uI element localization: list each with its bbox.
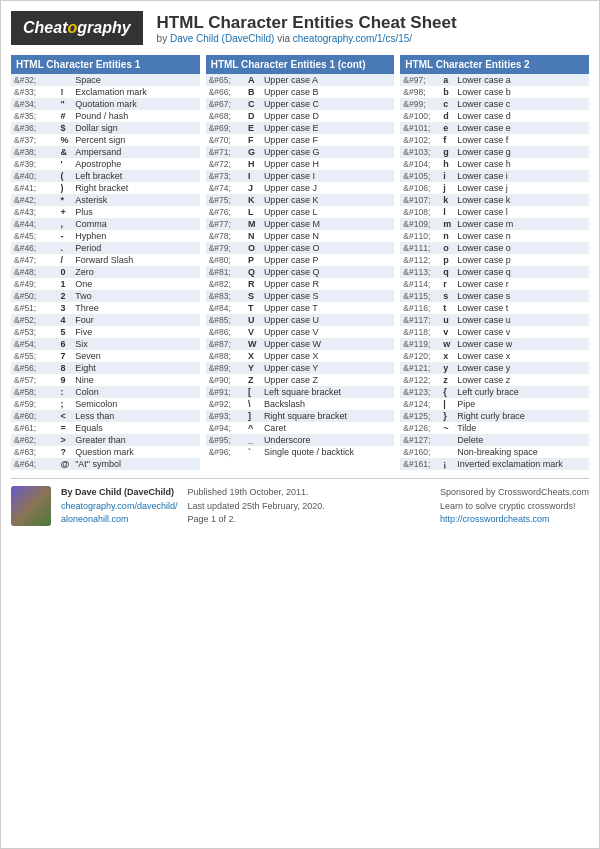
entity-char: D [245,110,261,122]
entity-name: Upper case V [261,326,394,338]
entity-name: Lower case b [454,86,589,98]
entity-char [440,446,454,458]
entity-char: / [57,254,72,266]
entity-char: ¡ [440,458,454,470]
entity-code: &#69; [206,122,245,134]
entity-name: Forward Slash [72,254,200,266]
entity-char: o [440,242,454,254]
table-row: &#60;<Less than [11,410,200,422]
entity-name: Question mark [72,446,200,458]
entity-code: &#83; [206,290,245,302]
entity-char: R [245,278,261,290]
entity-code: &#102; [400,134,440,146]
table-row: &#71;GUpper case G [206,146,395,158]
header-text: HTML Character Entities Cheat Sheet by D… [157,13,457,44]
entity-char: G [245,146,261,158]
entity-code: &#77; [206,218,245,230]
table-row: &#57;9Nine [11,374,200,386]
entity-name: Right square bracket [261,410,394,422]
table-row: &#84;TUpper case T [206,302,395,314]
header-subtitle: by Dave Child (DaveChild) via cheatograp… [157,33,457,44]
entity-name: Upper case A [261,74,394,86]
entity-name: Lower case t [454,302,589,314]
table-row: &#70;FUpper case F [206,134,395,146]
entity-name: Lower case p [454,254,589,266]
entity-name: Left bracket [72,170,200,182]
table-row: &#95;_Underscore [206,434,395,446]
footer-sponsor-link[interactable]: http://crosswordcheats.com [440,514,550,524]
entity-code: &#57; [11,374,57,386]
footer-author-site[interactable]: aloneonahill.com [61,514,129,524]
entity-name: Right curly brace [454,410,589,422]
entity-code: &#80; [206,254,245,266]
entity-name: Space [72,74,200,86]
table-row: &#46;.Period [11,242,200,254]
entity-char: N [245,230,261,242]
table-row: &#49;1One [11,278,200,290]
entity-char: h [440,158,454,170]
entity-code: &#100; [400,110,440,122]
site-link[interactable]: cheatography.com/1/cs/15/ [293,33,412,44]
table-row: &#100;dLower case d [400,110,589,122]
entity-char: ) [57,182,72,194]
entity-code: &#105; [400,170,440,182]
entity-code: &#66; [206,86,245,98]
entity-char: J [245,182,261,194]
entity-name: Six [72,338,200,350]
entity-char: > [57,434,72,446]
entity-code: &#37; [11,134,57,146]
table-row: &#124;|Pipe [400,398,589,410]
table-row: &#39;'Apostrophe [11,158,200,170]
entity-code: &#61; [11,422,57,434]
entity-code: &#46; [11,242,57,254]
table-row: &#89;YUpper case Y [206,362,395,374]
entity-code: &#161; [400,458,440,470]
entity-char: ~ [440,422,454,434]
entity-char: S [245,290,261,302]
entity-name: Comma [72,218,200,230]
footer-author-link[interactable]: cheatography.com/davechild/ [61,501,177,511]
entity-code: &#73; [206,170,245,182]
col3-header: HTML Character Entities 2 [400,55,589,74]
table-row: &#40;(Left bracket [11,170,200,182]
entity-code: &#62; [11,434,57,446]
entity-name: Tilde [454,422,589,434]
footer-author-name: By Dave Child (DaveChild) [61,487,174,497]
table-row: &#62;>Greater than [11,434,200,446]
entity-name: Semicolon [72,398,200,410]
entity-char: i [440,170,454,182]
table-row: &#110;nLower case n [400,230,589,242]
entity-code: &#90; [206,374,245,386]
entity-code: &#123; [400,386,440,398]
entity-code: &#54; [11,338,57,350]
entity-code: &#112; [400,254,440,266]
table-row: &#76;LUpper case L [206,206,395,218]
author-link[interactable]: Dave Child (DaveChild) [170,33,274,44]
entity-name: Ampersand [72,146,200,158]
entity-char: d [440,110,454,122]
entity-code: &#91; [206,386,245,398]
entity-char: ! [57,86,72,98]
entity-char: , [57,218,72,230]
table-row: &#98;bLower case b [400,86,589,98]
entity-name: Upper case B [261,86,394,98]
entity-code: &#92; [206,398,245,410]
entity-char: V [245,326,261,338]
table-row: &#161;¡Inverted exclamation mark [400,458,589,470]
entity-name: Pound / hash [72,110,200,122]
entity-char [440,434,454,446]
table-row: &#93;]Right square bracket [206,410,395,422]
entity-code: &#88; [206,350,245,362]
entity-name: Upper case W [261,338,394,350]
entity-code: &#114; [400,278,440,290]
entity-name: Upper case D [261,110,394,122]
entity-char: P [245,254,261,266]
entity-name: Lower case d [454,110,589,122]
entity-char: [ [245,386,261,398]
entity-code: &#103; [400,146,440,158]
entity-char: ' [57,158,72,170]
columns-container: HTML Character Entities 1 &#32;Space&#33… [11,55,589,470]
entity-name: Five [72,326,200,338]
table-row: &#86;VUpper case V [206,326,395,338]
entity-name: Lower case c [454,98,589,110]
